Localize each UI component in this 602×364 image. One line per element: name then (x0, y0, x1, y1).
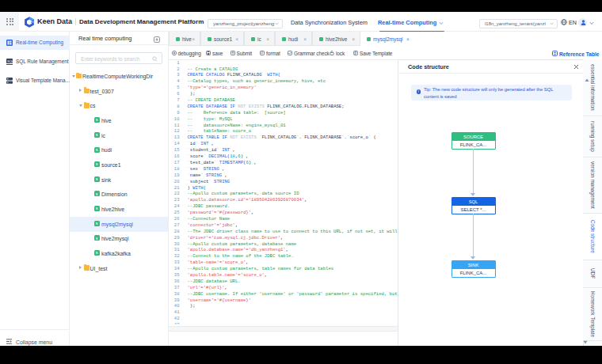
svg-text:SQL: SQL (7, 59, 13, 63)
